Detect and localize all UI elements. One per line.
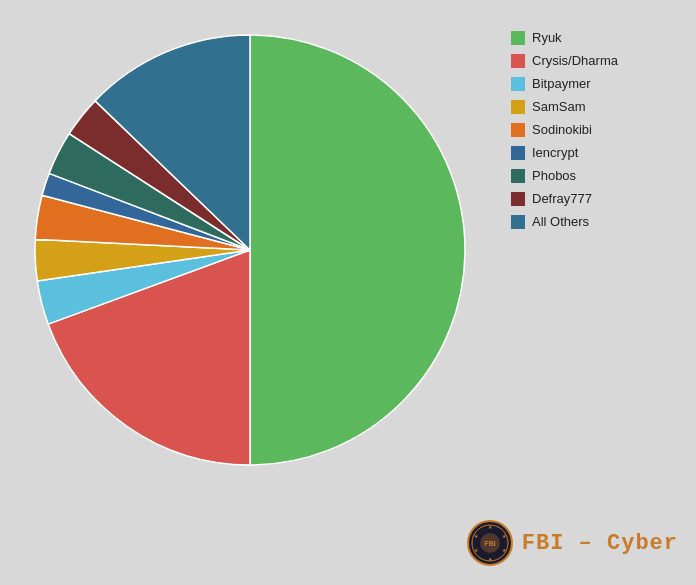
legend-color-iencrypt — [511, 146, 525, 160]
legend-item-defray: Defray777 — [511, 191, 681, 206]
legend-label-ryuk: Ryuk — [532, 30, 562, 45]
legend-label-iencrypt: Iencrypt — [532, 145, 578, 160]
legend-label-bitpaymer: Bitpaymer — [532, 76, 591, 91]
pie-chart-container — [20, 20, 480, 480]
legend-color-ryuk — [511, 31, 525, 45]
legend-color-defray — [511, 192, 525, 206]
legend-color-phobos — [511, 169, 525, 183]
legend-label-sodinokibi: Sodinokibi — [532, 122, 592, 137]
legend-label-samsam: SamSam — [532, 99, 585, 114]
fbi-label: FBI – Cyber — [522, 531, 678, 556]
chart-legend: Ryuk Crysis/Dharma Bitpaymer SamSam Sodi… — [511, 30, 681, 237]
legend-color-sodinokibi — [511, 123, 525, 137]
legend-color-bitpaymer — [511, 77, 525, 91]
legend-label-phobos: Phobos — [532, 168, 576, 183]
legend-label-crysis: Crysis/Dharma — [532, 53, 618, 68]
legend-color-samsam — [511, 100, 525, 114]
fbi-seal-icon: ★ ★ ★ ★ ★ ★ FBI — [466, 519, 514, 567]
legend-color-allothers — [511, 215, 525, 229]
fbi-branding: ★ ★ ★ ★ ★ ★ FBI FBI – Cyber — [466, 519, 678, 567]
legend-item-bitpaymer: Bitpaymer — [511, 76, 681, 91]
legend-item-samsam: SamSam — [511, 99, 681, 114]
legend-label-defray: Defray777 — [532, 191, 592, 206]
pie-chart-svg — [20, 20, 480, 480]
legend-item-allothers: All Others — [511, 214, 681, 229]
legend-item-crysis: Crysis/Dharma — [511, 53, 681, 68]
legend-color-crysis — [511, 54, 525, 68]
legend-item-sodinokibi: Sodinokibi — [511, 122, 681, 137]
pie-segment-ryuk — [250, 35, 465, 465]
legend-label-allothers: All Others — [532, 214, 589, 229]
legend-item-iencrypt: Iencrypt — [511, 145, 681, 160]
svg-text:FBI: FBI — [484, 540, 495, 547]
legend-item-ryuk: Ryuk — [511, 30, 681, 45]
legend-item-phobos: Phobos — [511, 168, 681, 183]
